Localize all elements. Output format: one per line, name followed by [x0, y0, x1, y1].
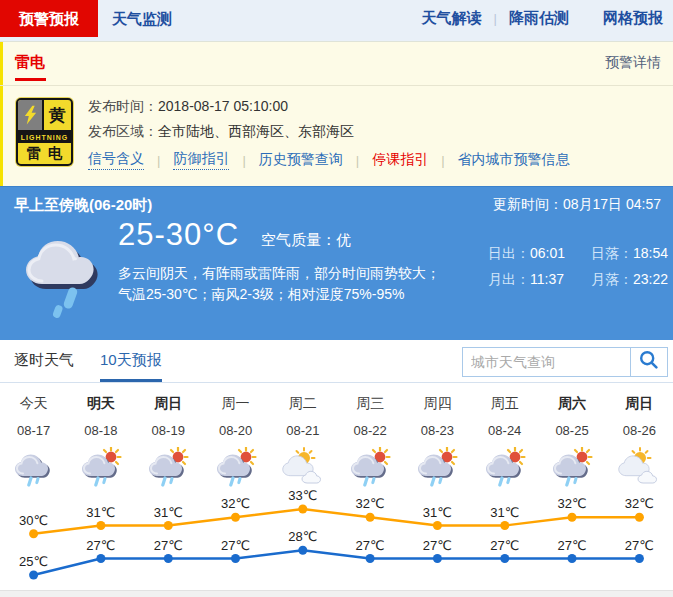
publish-time-label: 发布时间：	[88, 98, 158, 114]
forecast-day-column-5[interactable]: 周二08-21	[269, 383, 336, 487]
weather-description: 多云间阴天，有阵雨或雷阵雨，部分时间雨势较大； 气温25-30℃；南风2-3级；…	[118, 263, 468, 305]
day-name: 周六	[538, 395, 605, 413]
badge-name-text: 雷电	[18, 143, 71, 164]
update-time-value: 08月17日 04:57	[563, 196, 661, 212]
badge-lightning-word: LIGHTNING	[18, 132, 71, 143]
day-date: 08-26	[606, 423, 673, 438]
warning-link-3[interactable]: 历史预警查询	[259, 151, 343, 169]
separator: |	[494, 11, 497, 26]
moonset-label: 月落：	[591, 271, 633, 287]
nav-tab-weather-monitoring[interactable]: 天气监测	[112, 0, 172, 37]
sunrise-label: 日出：	[488, 245, 530, 261]
forecast-period-title: 早上至傍晚(06-20时)	[14, 196, 152, 215]
footer-bar	[0, 590, 673, 597]
sunrise-value: 06:01	[530, 245, 565, 261]
tab-hourly-weather[interactable]: 逐时天气	[14, 340, 74, 382]
temp-label: 33℃	[288, 488, 317, 503]
temp-label: 31℃	[490, 505, 519, 520]
sun-shower-icon	[538, 447, 605, 487]
warning-link-5[interactable]: 省内城市预警信息	[458, 151, 570, 169]
temp-point	[29, 571, 38, 580]
moonrise-value: 11:37	[530, 271, 564, 287]
forecast-day-column-6[interactable]: 周三08-22	[336, 383, 403, 487]
day-date: 08-25	[538, 423, 605, 438]
temp-point	[433, 554, 442, 563]
temp-label: 28℃	[288, 529, 317, 544]
temperature-chart: 30℃31℃31℃32℃33℃32℃31℃31℃32℃32℃25℃27℃27℃2…	[0, 487, 673, 590]
separator: |	[157, 153, 160, 168]
nav-link-3[interactable]: 网格预报	[603, 9, 663, 28]
temp-point	[298, 505, 307, 514]
update-time: 更新时间：08月17日 04:57	[493, 196, 661, 214]
moonset-time: 月落：23:22	[591, 271, 668, 289]
sunset-label: 日落：	[591, 245, 633, 261]
forecast-day-column-7[interactable]: 周四08-23	[404, 383, 471, 487]
day-date: 08-18	[67, 423, 134, 438]
sunset-value: 18:54	[633, 245, 668, 261]
sun-shower-icon	[471, 447, 538, 487]
warning-category-tab[interactable]: 雷电	[15, 53, 45, 72]
city-search-input[interactable]	[462, 347, 631, 377]
forecast-day-column-3[interactable]: 周日08-19	[135, 383, 202, 487]
temp-point	[500, 521, 509, 530]
temp-label: 27℃	[356, 538, 385, 553]
temp-point	[96, 554, 105, 563]
search-icon	[639, 350, 659, 374]
lightning-bolt-icon	[18, 100, 44, 130]
forecast-day-column-10[interactable]: 周日08-26	[606, 383, 673, 487]
temp-point	[366, 513, 375, 522]
sun-shower-icon	[202, 447, 269, 487]
day-name: 周四	[404, 395, 471, 413]
forecast-day-column-9[interactable]: 周六08-25	[538, 383, 605, 487]
sun-shower-icon	[336, 447, 403, 487]
temp-point	[164, 521, 173, 530]
tab-10day-forecast[interactable]: 10天预报	[100, 340, 162, 382]
temp-point	[500, 554, 509, 563]
temp-point	[433, 521, 442, 530]
forecast-day-column-4[interactable]: 周一08-20	[202, 383, 269, 487]
temp-label: 31℃	[423, 505, 452, 520]
temp-label: 31℃	[86, 505, 115, 520]
forecast-tabs: 逐时天气 10天预报	[14, 340, 162, 382]
temp-label: 31℃	[154, 505, 183, 520]
warning-link-4[interactable]: 停课指引	[372, 151, 428, 169]
nav-link-2[interactable]: 降雨估测	[509, 9, 569, 28]
badge-top-row: 黄	[18, 100, 71, 132]
moonset-value: 23:22	[633, 271, 668, 287]
forecast-day-column-2[interactable]: 明天08-18	[67, 383, 134, 487]
partly-cloudy-icon	[269, 447, 336, 487]
temp-label: 32℃	[557, 496, 586, 511]
weather-desc-line2: 气温25-30℃；南风2-3级；相对湿度75%-95%	[118, 284, 468, 305]
day-date: 08-21	[269, 423, 336, 438]
search-button[interactable]	[631, 347, 668, 377]
warning-link-2[interactable]: 防御指引	[173, 150, 229, 170]
day-name: 周三	[336, 395, 403, 413]
temp-point	[29, 529, 38, 538]
temp-point	[568, 554, 577, 563]
warning-detail-link[interactable]: 预警详情	[605, 54, 661, 72]
temp-point	[96, 521, 105, 530]
warning-link-1[interactable]: 信号含义	[88, 150, 144, 170]
forecast-toolbar: 逐时天气 10天预报	[0, 340, 673, 383]
day-name: 周一	[202, 395, 269, 413]
nav-tab-warning-forecast[interactable]: 预警预报	[0, 0, 98, 37]
day-name: 今天	[0, 395, 67, 413]
temp-point	[231, 554, 240, 563]
air-quality: 空气质量：优	[261, 231, 351, 250]
day-date: 08-17	[0, 423, 67, 438]
temp-label: 27℃	[221, 538, 250, 553]
publish-area-field: 发布区域：全市陆地、西部海区、东部海区	[88, 123, 354, 141]
weather-desc-line1: 多云间阴天，有阵雨或雷阵雨，部分时间雨势较大；	[118, 263, 468, 284]
forecast-day-column-8[interactable]: 周五08-24	[471, 383, 538, 487]
temp-point	[568, 513, 577, 522]
temp-label: 32℃	[356, 496, 385, 511]
forecast-day-column-1[interactable]: 今天08-17	[0, 383, 67, 487]
temp-label: 27℃	[557, 538, 586, 553]
air-quality-label: 空气质量：	[261, 231, 336, 248]
publish-time-value: 2018-08-17 05:10:00	[158, 98, 288, 114]
temp-label: 32℃	[625, 496, 654, 511]
update-time-label: 更新时间：	[493, 196, 563, 212]
nav-link-1[interactable]: 天气解读	[422, 9, 482, 28]
forecast-days-row: 今天08-17明天08-18周日08-19周一08-20周二08-21周三08-…	[0, 383, 673, 487]
temperature-row: 25-30°C 空气质量：优	[118, 217, 351, 253]
